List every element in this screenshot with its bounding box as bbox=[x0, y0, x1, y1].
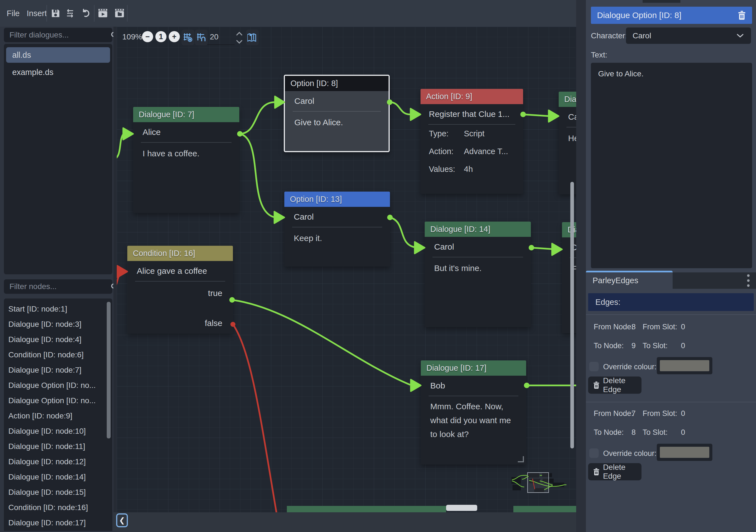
to-node-value[interactable]: 9 bbox=[632, 342, 635, 350]
file-item-selected[interactable]: all.ds bbox=[6, 47, 110, 63]
node-list-item[interactable]: Condition [ID: node:16] bbox=[8, 500, 104, 515]
edge-block-2: From Node: 7 From Slot: 0 To Node: 8 To … bbox=[586, 406, 756, 493]
from-slot-value[interactable]: 0 bbox=[681, 323, 685, 331]
from-node-label: From Node: bbox=[594, 323, 634, 331]
from-node-value[interactable]: 7 bbox=[632, 409, 635, 418]
undo-icon[interactable] bbox=[79, 8, 92, 19]
trash-icon[interactable] bbox=[738, 11, 746, 20]
node-header[interactable]: Option [ID: 8] bbox=[285, 76, 389, 91]
graph-node-dialogue-17[interactable]: Dialogue [ID: 17] Bob Mmm. Coffee. Now, … bbox=[421, 360, 526, 465]
character-label: Character: bbox=[591, 31, 627, 40]
node-header[interactable]: Condition [ID: 16] bbox=[127, 246, 233, 261]
node-list-item[interactable]: Dialogue [ID: node:17] bbox=[8, 515, 104, 530]
graph-node-condition-16[interactable]: Condition [ID: 16] Alice gave a coffee t… bbox=[127, 246, 233, 334]
override-colour-checkbox[interactable] bbox=[589, 448, 599, 458]
node-resize-handle[interactable] bbox=[518, 456, 524, 462]
menu-file[interactable]: File bbox=[3, 0, 24, 27]
to-slot-value[interactable]: 0 bbox=[681, 428, 685, 437]
tab-parleyedges[interactable]: ParleyEdges bbox=[586, 271, 673, 289]
override-colour-checkbox[interactable] bbox=[589, 362, 599, 371]
edge-16false-down bbox=[233, 324, 277, 512]
graph-node-partial-top[interactable]: Dial Ca He bbox=[559, 92, 576, 194]
node-list-item[interactable]: Dialogue Option [ID: no... bbox=[8, 393, 104, 408]
node-list-item[interactable]: Dialogue [ID: node:11] bbox=[8, 439, 104, 454]
panel-divider[interactable] bbox=[576, 0, 586, 532]
node-character: Carol bbox=[284, 207, 390, 227]
graph-node-dialogue-7[interactable]: Dialogue [ID: 7] Alice I have a coffee. bbox=[133, 107, 239, 213]
node-list-item[interactable]: Start [ID: node:1] bbox=[8, 301, 104, 317]
node-header[interactable]: Dialogue [ID: 14] bbox=[425, 221, 531, 237]
input-port-partial-bottom bbox=[552, 243, 562, 255]
from-node-value[interactable]: 8 bbox=[632, 323, 635, 331]
filter-nodes-input[interactable] bbox=[4, 282, 110, 291]
node-header[interactable]: Dialogue [ID: 17] bbox=[421, 360, 526, 376]
to-node-label: To Node: bbox=[594, 428, 624, 437]
node-list-item[interactable]: Dialogue Option [ID: no... bbox=[8, 378, 104, 393]
zoom-reset-button[interactable]: 1 bbox=[155, 31, 167, 42]
kebab-menu-icon[interactable] bbox=[747, 274, 750, 289]
to-node-value[interactable]: 8 bbox=[632, 428, 635, 437]
node-list-item[interactable]: Condition [ID: node:6] bbox=[8, 347, 104, 362]
inspector-title: Dialogue Option [ID: 8] bbox=[597, 11, 738, 20]
toggle-snap-button[interactable] bbox=[195, 30, 208, 45]
graph-node-partial-bottom[interactable]: Dial Da Fa bbox=[562, 222, 576, 333]
node-list-item[interactable]: Dialogue [ID: node:7] bbox=[8, 362, 104, 378]
file-item[interactable]: example.ds bbox=[6, 64, 110, 80]
menu-separator bbox=[127, 5, 127, 22]
sidebar-divider[interactable] bbox=[113, 27, 117, 532]
to-node-label: To Node: bbox=[594, 342, 624, 350]
edge-13-to-14 bbox=[390, 217, 414, 247]
text-textarea[interactable]: Give to Alice. bbox=[591, 63, 752, 268]
node-header[interactable]: Option [ID: 13] bbox=[284, 191, 390, 207]
filter-dialogues-field[interactable] bbox=[4, 28, 112, 42]
node-list-item[interactable]: Dialogue [ID: node:15] bbox=[8, 485, 104, 500]
colour-swatch bbox=[660, 447, 709, 458]
node-list-item[interactable]: Dialogue [ID: node:12] bbox=[8, 454, 104, 469]
toggle-minimap-button[interactable] bbox=[246, 30, 259, 45]
graph-canvas[interactable]: 109% − 1 + 20 Dialogue [ID: 7] Alice I h… bbox=[117, 27, 576, 512]
colour-picker[interactable] bbox=[657, 357, 712, 374]
node-header[interactable]: Action [ID: 9] bbox=[420, 89, 523, 104]
toggle-grid-button[interactable] bbox=[181, 30, 194, 45]
filter-nodes-field[interactable] bbox=[4, 279, 112, 294]
input-port-option13 bbox=[274, 212, 284, 223]
node-list-item[interactable]: Dialogue [ID: node:4] bbox=[8, 332, 104, 347]
node-header[interactable]: Dial bbox=[559, 92, 576, 107]
snap-step-value[interactable]: 20 bbox=[210, 33, 218, 41]
canvas-hscrollbar[interactable] bbox=[446, 505, 477, 511]
colour-picker[interactable] bbox=[657, 444, 712, 461]
refresh-scripts-icon[interactable] bbox=[64, 8, 76, 19]
node-header[interactable]: Dial bbox=[562, 222, 576, 238]
node-list-item[interactable]: Dialogue [ID: node:14] bbox=[8, 469, 104, 485]
graph-node-dialogue-14[interactable]: Dialogue [ID: 14] Carol But it's mine. bbox=[425, 221, 531, 327]
snap-step-spinner[interactable] bbox=[236, 31, 243, 45]
delete-edge-button[interactable]: Delete Edge bbox=[588, 376, 641, 394]
filter-dialogues-input[interactable] bbox=[4, 31, 110, 39]
to-slot-value[interactable]: 0 bbox=[681, 342, 685, 350]
edge-7-to-13 bbox=[240, 134, 274, 217]
character-dropdown[interactable]: Carol bbox=[626, 28, 751, 44]
menu-separator bbox=[46, 5, 47, 22]
node-header[interactable]: Dialogue [ID: 7] bbox=[133, 107, 239, 122]
node-list-item[interactable]: Action [ID: node:9] bbox=[8, 408, 104, 423]
save-icon[interactable] bbox=[49, 8, 62, 19]
collapse-sidebar-button[interactable]: ❮ bbox=[116, 513, 128, 527]
override-colour-label: Override colour: bbox=[603, 363, 657, 371]
zoom-out-button[interactable]: − bbox=[142, 31, 153, 42]
node-list: Start [ID: node:1] Dialogue [ID: node:3]… bbox=[4, 298, 112, 531]
canvas-vscrollbar[interactable] bbox=[570, 182, 574, 448]
zoom-in-button[interactable]: + bbox=[169, 31, 180, 42]
from-slot-value[interactable]: 0 bbox=[681, 409, 685, 418]
new-scene-icon[interactable] bbox=[113, 8, 126, 19]
graph-node-option-8-selected[interactable]: Option [ID: 8] Carol Give to Alice. bbox=[284, 75, 390, 152]
node-list-item[interactable]: Dialogue [ID: node:3] bbox=[8, 317, 104, 332]
delete-edge-button[interactable]: Delete Edge bbox=[588, 463, 641, 480]
node-list-item[interactable]: Dialogue [ID: node:10] bbox=[8, 423, 104, 439]
edge-9-to-right bbox=[523, 114, 549, 116]
inspector-header[interactable]: Dialogue Option [ID: 8] bbox=[591, 7, 752, 24]
node-list-scrollbar[interactable] bbox=[107, 302, 111, 439]
graph-node-action-9[interactable]: Action [ID: 9] Register that Clue 1... T… bbox=[420, 89, 523, 194]
minimap[interactable] bbox=[511, 471, 569, 499]
graph-node-option-13[interactable]: Option [ID: 13] Carol Keep it. bbox=[284, 191, 390, 266]
play-scene-icon[interactable] bbox=[97, 8, 109, 19]
